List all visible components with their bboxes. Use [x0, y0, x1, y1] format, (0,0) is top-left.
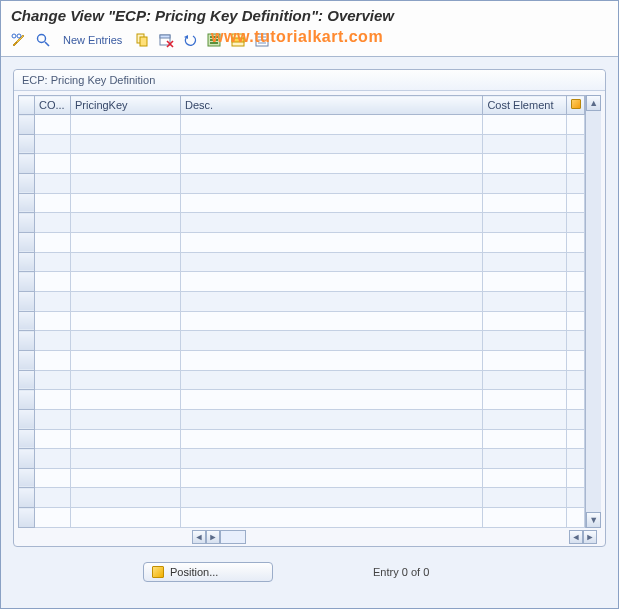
cell-pricing-key[interactable] [71, 173, 181, 193]
cell-co[interactable] [35, 173, 71, 193]
cell-cost-element[interactable] [483, 390, 567, 410]
cell-pricing-key[interactable] [71, 272, 181, 292]
cell-pricing-key[interactable] [71, 154, 181, 174]
cell-desc[interactable] [181, 449, 483, 469]
cell-cost-element[interactable] [483, 429, 567, 449]
cell-desc[interactable] [181, 173, 483, 193]
row-selector[interactable] [19, 115, 35, 135]
cell-pricing-key[interactable] [71, 311, 181, 331]
cell-pricing-key[interactable] [71, 115, 181, 135]
cell-co[interactable] [35, 350, 71, 370]
cell-co[interactable] [35, 272, 71, 292]
cell-pricing-key[interactable] [71, 193, 181, 213]
row-selector[interactable] [19, 232, 35, 252]
row-selector[interactable] [19, 429, 35, 449]
scroll-right-button-2[interactable]: ► [583, 530, 597, 544]
position-button[interactable]: Position... [143, 562, 273, 582]
cell-co[interactable] [35, 291, 71, 311]
cell-cost-element[interactable] [483, 449, 567, 469]
row-selector[interactable] [19, 350, 35, 370]
cell-co[interactable] [35, 232, 71, 252]
cell-co[interactable] [35, 311, 71, 331]
row-selector[interactable] [19, 252, 35, 272]
cell-pricing-key[interactable] [71, 370, 181, 390]
cell-cost-element[interactable] [483, 134, 567, 154]
cell-desc[interactable] [181, 232, 483, 252]
cell-pricing-key[interactable] [71, 449, 181, 469]
cell-pricing-key[interactable] [71, 331, 181, 351]
delete-button[interactable] [156, 30, 176, 50]
cell-co[interactable] [35, 429, 71, 449]
row-selector[interactable] [19, 331, 35, 351]
cell-co[interactable] [35, 134, 71, 154]
row-selector[interactable] [19, 154, 35, 174]
deselect-all-button[interactable] [252, 30, 272, 50]
row-selector[interactable] [19, 468, 35, 488]
cell-desc[interactable] [181, 468, 483, 488]
cell-cost-element[interactable] [483, 508, 567, 528]
cell-pricing-key[interactable] [71, 390, 181, 410]
cell-pricing-key[interactable] [71, 409, 181, 429]
cell-pricing-key[interactable] [71, 468, 181, 488]
row-selector[interactable] [19, 173, 35, 193]
undo-button[interactable] [180, 30, 200, 50]
cell-pricing-key[interactable] [71, 252, 181, 272]
scroll-right-button[interactable]: ► [206, 530, 220, 544]
scroll-left-button-2[interactable]: ◄ [569, 530, 583, 544]
cell-desc[interactable] [181, 213, 483, 233]
cell-desc[interactable] [181, 350, 483, 370]
select-all-button[interactable] [204, 30, 224, 50]
cell-pricing-key[interactable] [71, 213, 181, 233]
cell-desc[interactable] [181, 370, 483, 390]
cell-desc[interactable] [181, 488, 483, 508]
change-display-toggle-button[interactable] [9, 30, 29, 50]
cell-co[interactable] [35, 115, 71, 135]
cell-cost-element[interactable] [483, 488, 567, 508]
scroll-up-button[interactable]: ▲ [586, 95, 601, 111]
cell-cost-element[interactable] [483, 193, 567, 213]
row-selector[interactable] [19, 508, 35, 528]
cell-pricing-key[interactable] [71, 134, 181, 154]
cell-cost-element[interactable] [483, 272, 567, 292]
cell-desc[interactable] [181, 311, 483, 331]
cell-co[interactable] [35, 370, 71, 390]
cell-desc[interactable] [181, 272, 483, 292]
cell-co[interactable] [35, 252, 71, 272]
cell-co[interactable] [35, 213, 71, 233]
cell-cost-element[interactable] [483, 213, 567, 233]
scroll-left-button[interactable]: ◄ [192, 530, 206, 544]
select-detail-button[interactable] [33, 30, 53, 50]
cell-desc[interactable] [181, 429, 483, 449]
cell-desc[interactable] [181, 409, 483, 429]
cell-co[interactable] [35, 390, 71, 410]
cell-co[interactable] [35, 449, 71, 469]
row-selector[interactable] [19, 409, 35, 429]
row-selector[interactable] [19, 272, 35, 292]
col-header-config[interactable] [567, 96, 585, 115]
cell-desc[interactable] [181, 115, 483, 135]
cell-cost-element[interactable] [483, 154, 567, 174]
cell-desc[interactable] [181, 134, 483, 154]
cell-co[interactable] [35, 508, 71, 528]
scroll-down-button[interactable]: ▼ [586, 512, 601, 528]
cell-co[interactable] [35, 193, 71, 213]
col-header-co[interactable]: CO... [35, 96, 71, 115]
cell-desc[interactable] [181, 291, 483, 311]
select-block-button[interactable] [228, 30, 248, 50]
cell-cost-element[interactable] [483, 311, 567, 331]
cell-pricing-key[interactable] [71, 508, 181, 528]
cell-pricing-key[interactable] [71, 350, 181, 370]
new-entries-button[interactable]: New Entries [57, 30, 128, 50]
cell-cost-element[interactable] [483, 468, 567, 488]
cell-co[interactable] [35, 331, 71, 351]
cell-cost-element[interactable] [483, 291, 567, 311]
cell-desc[interactable] [181, 154, 483, 174]
copy-as-button[interactable] [132, 30, 152, 50]
row-selector[interactable] [19, 193, 35, 213]
vertical-scrollbar[interactable]: ▲ ▼ [585, 95, 601, 528]
cell-cost-element[interactable] [483, 252, 567, 272]
cell-cost-element[interactable] [483, 409, 567, 429]
row-selector[interactable] [19, 449, 35, 469]
cell-cost-element[interactable] [483, 350, 567, 370]
cell-pricing-key[interactable] [71, 488, 181, 508]
